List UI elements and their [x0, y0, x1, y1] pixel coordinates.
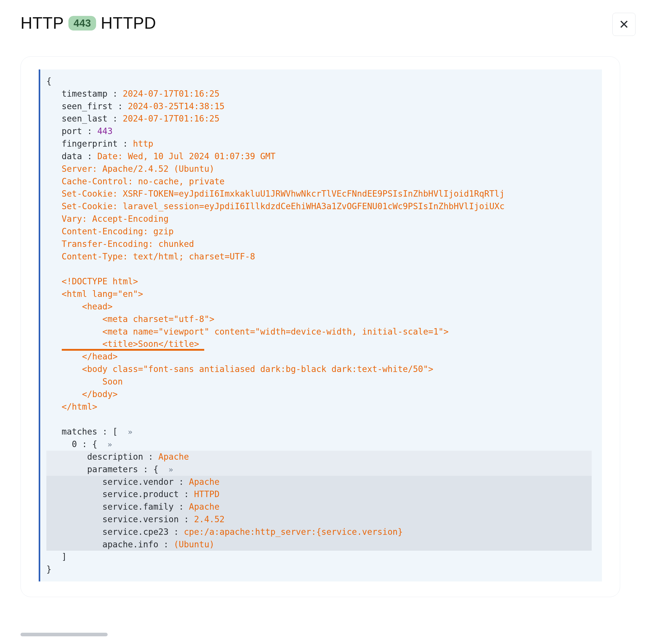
protocol-label: HTTP — [21, 14, 64, 32]
close-button[interactable]: ✕ — [612, 13, 635, 36]
horizontal-scrollbar[interactable] — [21, 633, 108, 636]
service-label: HTTPD — [101, 14, 156, 32]
detail-panel: { timestamp : 2024-07-17T01:16:25 seen_f… — [21, 56, 620, 597]
close-icon: ✕ — [619, 17, 629, 31]
port-badge: 443 — [68, 16, 96, 30]
page-title: HTTP 443 HTTPD — [21, 14, 156, 32]
json-viewer[interactable]: { timestamp : 2024-07-17T01:16:25 seen_f… — [39, 69, 602, 581]
